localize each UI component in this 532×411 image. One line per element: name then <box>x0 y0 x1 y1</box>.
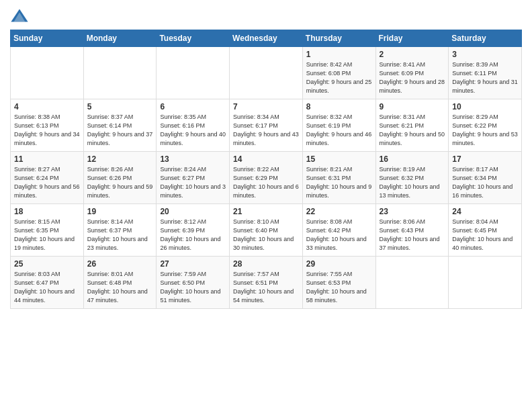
calendar-cell <box>83 47 157 99</box>
calendar-cell <box>11 47 84 99</box>
calendar-week-row: 18Sunrise: 8:15 AMSunset: 6:35 PMDayligh… <box>11 204 522 257</box>
weekday-header-wednesday: Wednesday <box>230 30 303 47</box>
calendar-cell: 10Sunrise: 8:29 AMSunset: 6:22 PMDayligh… <box>449 99 522 152</box>
calendar-cell: 18Sunrise: 8:15 AMSunset: 6:35 PMDayligh… <box>11 204 84 257</box>
day-number: 26 <box>87 259 153 269</box>
calendar-cell: 22Sunrise: 8:08 AMSunset: 6:42 PMDayligh… <box>302 204 375 257</box>
calendar-cell <box>157 47 230 99</box>
calendar-cell: 9Sunrise: 8:31 AMSunset: 6:21 PMDaylight… <box>375 99 449 152</box>
day-info: Sunrise: 8:01 AMSunset: 6:48 PMDaylight:… <box>87 270 153 305</box>
calendar-cell: 8Sunrise: 8:32 AMSunset: 6:19 PMDaylight… <box>302 99 375 152</box>
calendar-cell: 16Sunrise: 8:19 AMSunset: 6:32 PMDayligh… <box>375 152 449 204</box>
day-info: Sunrise: 8:27 AMSunset: 6:24 PMDaylight:… <box>14 165 80 200</box>
calendar-cell: 27Sunrise: 7:59 AMSunset: 6:50 PMDayligh… <box>157 257 230 309</box>
weekday-header-monday: Monday <box>83 30 157 47</box>
calendar-week-row: 4Sunrise: 8:38 AMSunset: 6:13 PMDaylight… <box>11 99 522 152</box>
day-number: 29 <box>306 259 372 269</box>
calendar-cell: 25Sunrise: 8:03 AMSunset: 6:47 PMDayligh… <box>11 257 84 309</box>
day-number: 12 <box>87 154 153 164</box>
day-info: Sunrise: 8:10 AMSunset: 6:40 PMDaylight:… <box>233 218 299 253</box>
day-info: Sunrise: 8:42 AMSunset: 6:08 PMDaylight:… <box>306 60 372 95</box>
day-info: Sunrise: 8:41 AMSunset: 6:09 PMDaylight:… <box>380 60 445 95</box>
day-info: Sunrise: 8:14 AMSunset: 6:37 PMDaylight:… <box>87 218 153 253</box>
day-number: 5 <box>87 102 153 111</box>
day-info: Sunrise: 8:32 AMSunset: 6:19 PMDaylight:… <box>306 113 372 148</box>
calendar-week-row: 25Sunrise: 8:03 AMSunset: 6:47 PMDayligh… <box>11 257 522 309</box>
day-number: 14 <box>233 154 299 164</box>
day-info: Sunrise: 8:15 AMSunset: 6:35 PMDaylight:… <box>14 218 80 253</box>
weekday-header-friday: Friday <box>375 30 449 47</box>
day-info: Sunrise: 7:59 AMSunset: 6:50 PMDaylight:… <box>160 270 226 305</box>
calendar-cell <box>230 47 303 99</box>
calendar-cell: 20Sunrise: 8:12 AMSunset: 6:39 PMDayligh… <box>157 204 230 257</box>
day-number: 17 <box>452 154 518 164</box>
calendar-cell: 6Sunrise: 8:35 AMSunset: 6:16 PMDaylight… <box>157 99 230 152</box>
day-number: 15 <box>306 154 372 164</box>
calendar-cell: 19Sunrise: 8:14 AMSunset: 6:37 PMDayligh… <box>83 204 157 257</box>
day-info: Sunrise: 8:37 AMSunset: 6:14 PMDaylight:… <box>87 113 153 148</box>
day-info: Sunrise: 8:26 AMSunset: 6:26 PMDaylight:… <box>87 165 153 200</box>
day-number: 3 <box>452 50 518 59</box>
day-number: 13 <box>160 154 226 164</box>
day-info: Sunrise: 8:39 AMSunset: 6:11 PMDaylight:… <box>452 60 518 95</box>
calendar-cell: 1Sunrise: 8:42 AMSunset: 6:08 PMDaylight… <box>302 47 375 99</box>
page: SundayMondayTuesdayWednesdayThursdayFrid… <box>0 0 532 411</box>
day-number: 6 <box>160 102 226 111</box>
day-info: Sunrise: 8:19 AMSunset: 6:32 PMDaylight:… <box>380 165 445 200</box>
day-info: Sunrise: 8:17 AMSunset: 6:34 PMDaylight:… <box>452 165 518 200</box>
day-number: 21 <box>233 207 299 216</box>
day-number: 25 <box>14 259 80 269</box>
day-info: Sunrise: 8:08 AMSunset: 6:42 PMDaylight:… <box>306 218 372 253</box>
day-number: 20 <box>160 207 226 216</box>
day-info: Sunrise: 8:31 AMSunset: 6:21 PMDaylight:… <box>380 113 445 148</box>
day-number: 22 <box>306 207 372 216</box>
calendar-week-row: 11Sunrise: 8:27 AMSunset: 6:24 PMDayligh… <box>11 152 522 204</box>
calendar-cell: 3Sunrise: 8:39 AMSunset: 6:11 PMDaylight… <box>449 47 522 99</box>
calendar-cell: 5Sunrise: 8:37 AMSunset: 6:14 PMDaylight… <box>83 99 157 152</box>
calendar-cell: 17Sunrise: 8:17 AMSunset: 6:34 PMDayligh… <box>449 152 522 204</box>
calendar-cell: 2Sunrise: 8:41 AMSunset: 6:09 PMDaylight… <box>375 47 449 99</box>
calendar-cell: 21Sunrise: 8:10 AMSunset: 6:40 PMDayligh… <box>230 204 303 257</box>
day-number: 10 <box>452 102 518 111</box>
calendar-cell <box>449 257 522 309</box>
day-info: Sunrise: 8:22 AMSunset: 6:29 PMDaylight:… <box>233 165 299 200</box>
day-info: Sunrise: 7:57 AMSunset: 6:51 PMDaylight:… <box>233 270 299 305</box>
day-number: 28 <box>233 259 299 269</box>
calendar-cell: 13Sunrise: 8:24 AMSunset: 6:27 PMDayligh… <box>157 152 230 204</box>
logo-icon <box>10 7 29 26</box>
day-info: Sunrise: 8:29 AMSunset: 6:22 PMDaylight:… <box>452 113 518 148</box>
day-number: 19 <box>87 207 153 216</box>
calendar-cell: 29Sunrise: 7:55 AMSunset: 6:53 PMDayligh… <box>302 257 375 309</box>
calendar-cell: 11Sunrise: 8:27 AMSunset: 6:24 PMDayligh… <box>11 152 84 204</box>
day-info: Sunrise: 8:35 AMSunset: 6:16 PMDaylight:… <box>160 113 226 148</box>
day-info: Sunrise: 8:34 AMSunset: 6:17 PMDaylight:… <box>233 113 299 148</box>
day-info: Sunrise: 7:55 AMSunset: 6:53 PMDaylight:… <box>306 270 372 305</box>
day-number: 7 <box>233 102 299 111</box>
weekday-header-sunday: Sunday <box>11 30 84 47</box>
day-number: 11 <box>14 154 80 164</box>
calendar-cell: 15Sunrise: 8:21 AMSunset: 6:31 PMDayligh… <box>302 152 375 204</box>
day-number: 23 <box>380 207 445 216</box>
weekday-header-thursday: Thursday <box>302 30 375 47</box>
page-header <box>10 7 522 26</box>
day-info: Sunrise: 8:24 AMSunset: 6:27 PMDaylight:… <box>160 165 226 200</box>
day-number: 8 <box>306 102 372 111</box>
day-number: 4 <box>14 102 80 111</box>
calendar-cell: 7Sunrise: 8:34 AMSunset: 6:17 PMDaylight… <box>230 99 303 152</box>
calendar-cell: 26Sunrise: 8:01 AMSunset: 6:48 PMDayligh… <box>83 257 157 309</box>
day-info: Sunrise: 8:06 AMSunset: 6:43 PMDaylight:… <box>380 218 445 253</box>
logo <box>10 7 32 26</box>
day-number: 2 <box>380 50 445 59</box>
day-number: 27 <box>160 259 226 269</box>
day-info: Sunrise: 8:38 AMSunset: 6:13 PMDaylight:… <box>14 113 80 148</box>
calendar-cell: 4Sunrise: 8:38 AMSunset: 6:13 PMDaylight… <box>11 99 84 152</box>
day-info: Sunrise: 8:03 AMSunset: 6:47 PMDaylight:… <box>14 270 80 305</box>
weekday-header-tuesday: Tuesday <box>157 30 230 47</box>
day-number: 24 <box>452 207 518 216</box>
weekday-header-saturday: Saturday <box>449 30 522 47</box>
calendar-table: SundayMondayTuesdayWednesdayThursdayFrid… <box>10 30 522 309</box>
calendar-cell: 14Sunrise: 8:22 AMSunset: 6:29 PMDayligh… <box>230 152 303 204</box>
day-number: 18 <box>14 207 80 216</box>
calendar-cell <box>375 257 449 309</box>
calendar-cell: 23Sunrise: 8:06 AMSunset: 6:43 PMDayligh… <box>375 204 449 257</box>
